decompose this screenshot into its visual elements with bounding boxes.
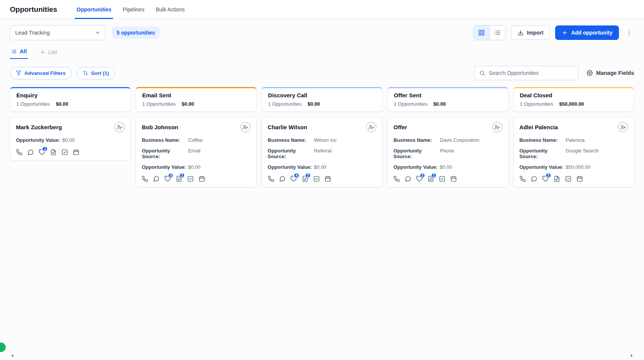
top-tab-bulk-actions[interactable]: Bulk Actions [150, 0, 190, 19]
card-fields: Business Name:CoffeeOpportunity Source:E… [142, 137, 250, 170]
column-total: $0.00 [56, 101, 68, 107]
card-action-icons: 21 [393, 176, 502, 182]
search-icon [479, 70, 485, 76]
assign-owner-button[interactable] [366, 122, 376, 132]
field-value: $0.00 [314, 164, 327, 170]
user-plus-icon [620, 124, 626, 130]
note-icon[interactable]: 1 [176, 176, 182, 182]
task-icon[interactable] [187, 176, 194, 182]
opportunity-card[interactable]: OfferBusiness Name:Davis CorporationOppo… [387, 117, 508, 187]
kanban-column-offer-sent: Offer Sent1 Opportunities$0.00OfferBusin… [387, 87, 508, 187]
phone-icon[interactable] [268, 176, 274, 182]
top-nav-tabs: OpportunitiesPipelinesBulk Actions [71, 0, 191, 19]
tab-all[interactable]: All [10, 45, 28, 59]
column-count: 1 Opportunities [394, 101, 427, 107]
opportunity-card[interactable]: Bob JohnsonBusiness Name:CoffeeOpportuni… [136, 117, 256, 187]
field-label: Opportunity Source: [268, 148, 314, 160]
tag-icon[interactable]: 4 [290, 176, 297, 182]
task-icon[interactable] [439, 176, 445, 182]
card-fields: Business Name:PalenciaOpportunity Source… [519, 137, 628, 170]
calendar-icon[interactable] [450, 176, 457, 182]
column-header[interactable]: Email Sent1 Opportunities$0.00 [136, 87, 256, 112]
scroll-right-arrow[interactable] [629, 353, 634, 358]
card-action-icons: 31 [142, 176, 250, 182]
card-title: Charlie Wilson [268, 124, 307, 130]
field-value: Palencia [566, 137, 585, 143]
card-title: Mark Zuckerberg [16, 124, 62, 130]
column-header[interactable]: Deal Closed1 Opportunities$50,000.00 [513, 87, 634, 112]
column-title: Email Sent [142, 92, 250, 98]
column-total: $0.00 [308, 101, 320, 107]
column-total: $0.00 [182, 101, 194, 107]
column-meta: 1 Opportunities$0.00 [394, 101, 502, 107]
calendar-icon[interactable] [576, 176, 583, 182]
advanced-filters-button[interactable]: Advanced Filters [10, 67, 72, 79]
note-icon[interactable]: 2 [302, 176, 308, 182]
kanban-column-deal-closed: Deal Closed1 Opportunities$50,000.00Adle… [513, 87, 634, 187]
column-count: 1 Opportunities [268, 101, 301, 107]
chat-icon[interactable] [279, 176, 286, 182]
tag-icon[interactable]: 3 [164, 176, 171, 182]
calendar-icon[interactable] [73, 149, 79, 155]
list-view-button[interactable] [489, 25, 505, 40]
opportunity-card[interactable]: Adlei PalenciaBusiness Name:PalenciaOppo… [513, 117, 634, 187]
card-action-icons: 42 [268, 176, 376, 182]
assign-owner-button[interactable] [492, 122, 502, 132]
field-label: Opportunity Source: [142, 148, 188, 160]
chat-icon[interactable] [405, 176, 411, 182]
manage-fields-button[interactable]: Manage Fields [587, 70, 634, 76]
sort-button[interactable]: Sort (1) [77, 67, 115, 79]
card-fields: Business Name:Wilson IncOpportunity Sour… [268, 137, 376, 170]
user-plus-icon [368, 124, 374, 130]
note-icon[interactable] [554, 176, 560, 182]
calendar-icon[interactable] [199, 176, 205, 182]
badge-count: 4 [294, 173, 300, 178]
phone-icon[interactable] [142, 176, 148, 182]
top-tab-opportunities[interactable]: Opportunities [71, 0, 117, 19]
phone-icon[interactable] [519, 176, 526, 182]
gear-icon [587, 70, 593, 76]
tag-icon[interactable]: 1 [39, 149, 45, 155]
grid-view-button[interactable] [474, 25, 489, 40]
assign-owner-button[interactable] [618, 122, 628, 132]
search-input[interactable] [489, 70, 573, 76]
chat-icon[interactable] [27, 149, 34, 155]
tag-icon[interactable]: 2 [542, 176, 549, 182]
task-icon[interactable] [565, 176, 571, 182]
opportunity-card[interactable]: Charlie WilsonBusiness Name:Wilson IncOp… [262, 117, 382, 187]
column-header[interactable]: Offer Sent1 Opportunities$0.00 [387, 87, 508, 112]
user-plus-icon [117, 124, 123, 130]
download-icon [518, 30, 524, 36]
manage-fields-label: Manage Fields [596, 70, 634, 76]
chat-icon[interactable] [153, 176, 159, 182]
pipeline-select[interactable]: Lead Tracking [10, 25, 106, 40]
column-title: Deal Closed [520, 92, 628, 98]
add-opportunity-button[interactable]: Add opportunity [555, 25, 619, 40]
import-button[interactable]: Import [511, 25, 550, 40]
chat-icon[interactable] [531, 176, 537, 182]
phone-icon[interactable] [393, 176, 400, 182]
note-icon[interactable]: 1 [428, 176, 434, 182]
top-tab-pipelines[interactable]: Pipelines [117, 0, 150, 19]
card-field: Opportunity Value:$0.00 [268, 164, 376, 170]
field-value: Wilson Inc [314, 137, 337, 143]
opportunity-card[interactable]: Mark ZuckerbergOpportunity Value:$0.001 [10, 117, 131, 161]
assign-owner-button[interactable] [114, 122, 125, 132]
chat-widget[interactable] [0, 343, 6, 352]
card-field: Opportunity Value:$0.00 [16, 137, 125, 143]
task-icon[interactable] [62, 149, 68, 155]
note-icon[interactable] [50, 149, 57, 155]
column-header[interactable]: Discovery Call1 Opportunities$0.00 [262, 87, 382, 112]
assign-owner-button[interactable] [240, 122, 251, 132]
tag-icon[interactable]: 2 [416, 176, 423, 182]
badge-count: 2 [305, 173, 311, 178]
calendar-icon[interactable] [325, 176, 331, 182]
phone-icon[interactable] [16, 149, 22, 155]
add-list-tab[interactable]: List [39, 46, 58, 59]
column-header[interactable]: Enquiry1 Opportunities$0.00 [10, 87, 131, 112]
scroll-left-arrow[interactable] [10, 353, 15, 358]
task-icon[interactable] [313, 176, 320, 182]
more-options-button[interactable] [624, 28, 634, 38]
opportunity-count-badge[interactable]: 5 opportunities [112, 27, 160, 39]
card-field: Opportunity Source:Google Search [519, 148, 628, 160]
